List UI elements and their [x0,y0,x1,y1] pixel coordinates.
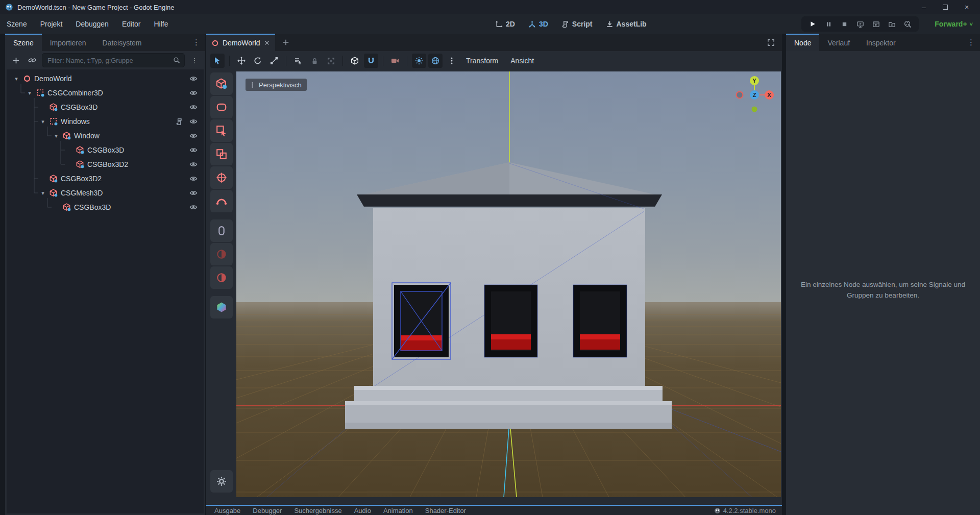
visibility-eye-icon[interactable] [187,130,200,142]
scale-tool-button[interactable] [267,54,281,68]
camera-preview-button[interactable] [388,54,402,68]
chevron-down-icon[interactable]: ▾ [39,190,46,197]
rotate-tool-button[interactable] [251,54,265,68]
visibility-eye-icon[interactable] [187,158,200,170]
menu-hilfe[interactable]: Hilfe [147,14,175,34]
minimize-button[interactable]: – [920,3,928,11]
visibility-eye-icon[interactable] [187,101,200,113]
preview-environment-button[interactable] [428,54,443,68]
tree-row-window[interactable]: ▾ Window [7,129,204,143]
view-axis-gizmo[interactable]: Y Z X [726,76,781,121]
tab-szene[interactable]: Szene [5,34,42,51]
new-scene-tab-button[interactable] [279,36,292,49]
tab-verlauf[interactable]: Verlauf [819,34,858,51]
capsule-tool-button[interactable] [210,219,233,242]
bottom-tab-ausgabe[interactable]: Ausgabe [209,507,246,514]
group-node-button[interactable] [324,54,338,68]
close-tab-icon[interactable] [264,40,270,46]
bottom-tab-animation[interactable]: Animation [378,507,418,514]
workspace-2d-button[interactable]: 2D [491,18,519,30]
chevron-down-icon[interactable]: ▾ [13,76,20,82]
bottom-tab-audio[interactable]: Audio [349,507,376,514]
play-button[interactable] [806,18,819,30]
transform-menu[interactable]: Transform [461,57,503,65]
scene-tree-menu-icon[interactable]: ⋮ [188,54,201,67]
menu-debuggen[interactable]: Debuggen [69,14,115,34]
bottom-tab-shader-editor[interactable]: Shader-Editor [420,507,471,514]
play-scene-button[interactable] [870,18,882,30]
visibility-eye-icon[interactable] [187,115,200,128]
tool-settings-gear-button[interactable] [210,470,233,493]
csg-arc-tool-button[interactable] [210,190,233,212]
tab-node[interactable]: Node [786,34,819,51]
preview-options-menu-icon[interactable] [445,54,459,68]
select-tool-button[interactable] [210,54,225,68]
csg-box-tool-button[interactable] [210,72,233,95]
chevron-down-icon[interactable]: ▾ [53,133,60,139]
snap-toggle-button[interactable] [364,54,378,68]
menu-editor[interactable]: Editor [115,14,148,34]
contrast-alt-tool-button[interactable] [210,266,233,289]
tab-importieren[interactable]: Importieren [42,34,94,51]
csg-rounded-box-tool-button[interactable] [210,96,233,118]
tree-row-csgbox3d[interactable]: CSGBox3D [7,200,204,214]
movie-maker-button[interactable] [901,18,914,30]
move-tool-button[interactable] [234,54,249,68]
renderer-selector[interactable]: Forward+ ˅ [935,14,973,34]
csg-sphere-tool-button[interactable] [210,166,233,189]
workspace-3d-button[interactable]: 3D [524,18,552,30]
perspective-menu-button[interactable]: Perspektivisch [246,79,307,91]
visibility-eye-icon[interactable] [187,87,200,99]
bottom-tab-suchergebnisse[interactable]: Suchergebnisse [289,507,347,514]
menu-projekt[interactable]: Projekt [34,14,69,34]
material-tool-button[interactable] [210,296,233,318]
tree-row-csgcombiner3d[interactable]: ▾ CSGCombiner3D [7,86,204,100]
scene-filter-input[interactable] [46,56,173,65]
close-button[interactable]: × [963,3,971,11]
list-select-tool-button[interactable] [291,54,305,68]
lock-node-button[interactable] [307,54,322,68]
maximize-button[interactable] [941,3,949,11]
workspace-assetlib-button[interactable]: AssetLib [602,18,651,30]
scene-tab-demoworld[interactable]: DemoWorld [206,34,275,51]
tab-dateisystem[interactable]: Dateisystem [94,34,150,51]
visibility-eye-icon[interactable] [187,72,200,85]
tree-row-windows[interactable]: ▾ Windows [7,114,204,129]
csg-draw-box-tool-button[interactable] [210,119,233,142]
workspace-script-button[interactable]: Script [557,18,597,30]
play-custom-scene-button[interactable] [886,18,898,30]
tab-inspektor[interactable]: Inspektor [858,34,904,51]
remote-debug-button[interactable] [854,18,866,30]
right-dock-menu-icon[interactable]: ⋮ [962,38,980,47]
csgbox-icon [50,103,58,111]
script-badge-icon[interactable] [174,116,184,127]
chevron-down-icon[interactable]: ▾ [26,90,33,96]
left-dock-menu-icon[interactable]: ⋮ [187,38,205,47]
stop-button[interactable] [838,18,850,30]
chevron-down-icon[interactable]: ▾ [39,118,46,125]
visibility-eye-icon[interactable] [187,173,200,185]
csg-combine-tool-button[interactable] [210,143,233,165]
tree-row-csgbox3d[interactable]: CSGBox3D [7,100,204,114]
tree-row-demoworld[interactable]: ▾ DemoWorld [7,71,204,86]
viewport-3d[interactable]: Perspektivisch Y Z X [236,71,781,497]
local-space-button[interactable] [348,54,362,68]
bottom-tab-debugger[interactable]: Debugger [248,507,287,514]
ansicht-menu[interactable]: Ansicht [505,57,539,65]
add-node-button[interactable] [9,54,22,67]
tree-row-csgbox3d2[interactable]: CSGBox3D2 [7,157,204,171]
menu-szene[interactable]: Szene [0,14,34,34]
preview-sunlight-button[interactable] [412,54,426,68]
tree-row-csgbox3d2[interactable]: CSGBox3D2 [7,171,204,186]
pause-button[interactable] [822,18,835,30]
scene-filter [42,53,185,67]
visibility-eye-icon[interactable] [187,144,200,156]
csgmesh-icon [50,189,58,197]
contrast-tool-button[interactable] [210,243,233,265]
visibility-eye-icon[interactable] [187,201,200,213]
instance-scene-button[interactable] [26,54,39,67]
tree-row-csgmesh3d[interactable]: ▾ CSGMesh3D [7,186,204,200]
tree-row-csgbox3d[interactable]: CSGBox3D [7,143,204,157]
expand-viewport-icon[interactable] [762,39,782,46]
visibility-eye-icon[interactable] [187,187,200,199]
